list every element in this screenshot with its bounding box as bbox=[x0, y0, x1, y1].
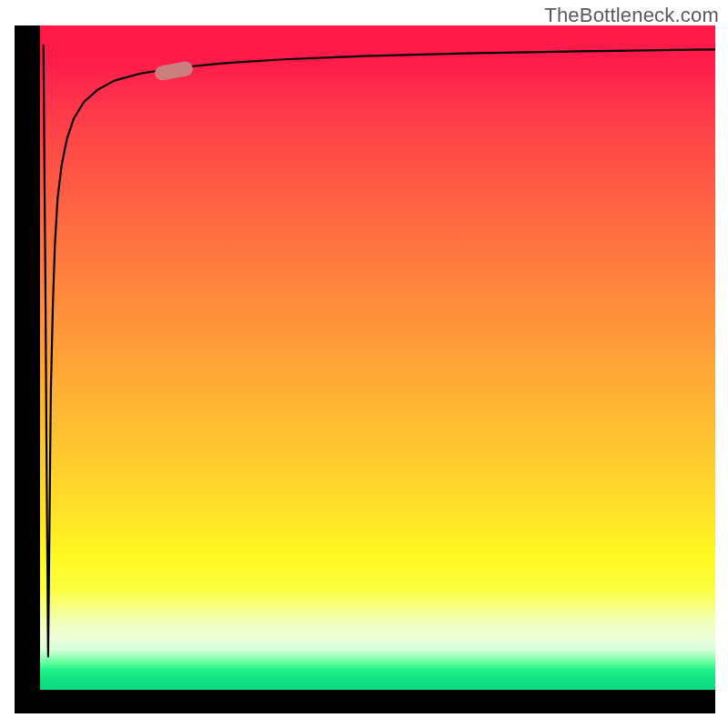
chart-plot-area bbox=[40, 25, 715, 690]
bottleneck-curve bbox=[44, 46, 715, 657]
curve-marker bbox=[154, 60, 194, 81]
chart-frame bbox=[15, 25, 715, 713]
marker-pill bbox=[154, 60, 194, 81]
watermark-text: TheBottleneck.com bbox=[544, 4, 719, 27]
chart-svg bbox=[40, 25, 715, 690]
